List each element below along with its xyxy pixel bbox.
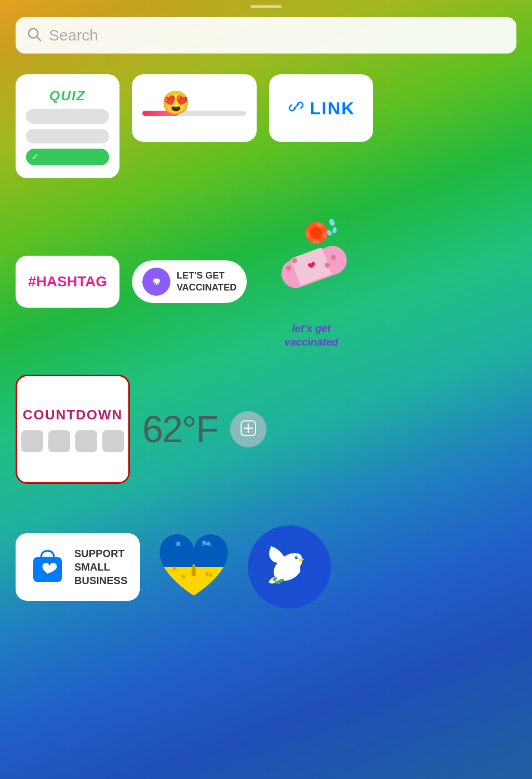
link-label: LINK bbox=[310, 98, 355, 118]
svg-point-28 bbox=[177, 542, 180, 545]
sticker-row-2: #HASHTAG LET'S GET VACCINATED bbox=[16, 215, 516, 349]
countdown-block-1 bbox=[21, 430, 43, 452]
add-icon bbox=[239, 419, 258, 440]
svg-point-29 bbox=[203, 541, 206, 544]
svg-point-32 bbox=[182, 575, 185, 578]
hashtag-text: #HASHTAG bbox=[28, 273, 107, 290]
svg-point-31 bbox=[173, 567, 176, 570]
countdown-block-3 bbox=[75, 430, 97, 452]
svg-point-18 bbox=[310, 227, 323, 239]
drag-indicator bbox=[250, 5, 282, 8]
slider-sticker[interactable]: 😍 bbox=[132, 74, 257, 142]
vaccinated-caption: let's get vaccinated bbox=[285, 322, 338, 349]
slider-emoji: 😍 bbox=[162, 89, 190, 116]
countdown-block-4 bbox=[102, 430, 124, 452]
support-text: SUPPORT SMALL BUSINESS bbox=[74, 547, 127, 587]
quiz-submit-btn[interactable]: ✓ bbox=[26, 149, 109, 165]
vaccinated-illustrated-sticker[interactable]: let's get vaccinated bbox=[259, 215, 363, 349]
sticker-grid: QUIZ ✓ 😍 LINK bbox=[0, 54, 532, 619]
svg-point-33 bbox=[205, 572, 208, 575]
search-icon bbox=[27, 27, 42, 44]
vaccinated-pill-icon bbox=[142, 268, 170, 296]
support-bag-icon bbox=[28, 544, 67, 590]
countdown-block-2 bbox=[48, 430, 70, 452]
quiz-title: QUIZ bbox=[49, 88, 86, 104]
svg-line-1 bbox=[37, 37, 41, 41]
vaccinated-pill-text: LET'S GET VACCINATED bbox=[177, 270, 236, 294]
hashtag-sticker[interactable]: #HASHTAG bbox=[16, 256, 119, 308]
svg-point-37 bbox=[192, 564, 195, 570]
support-small-business-sticker[interactable]: SUPPORT SMALL BUSINESS bbox=[16, 533, 140, 601]
sticker-row-1: QUIZ ✓ 😍 LINK bbox=[16, 74, 516, 178]
slider-track bbox=[142, 111, 246, 116]
sticker-row-3: COUNTDOWN 62°F bbox=[16, 375, 516, 484]
svg-point-19 bbox=[328, 218, 336, 227]
quiz-option-2 bbox=[26, 129, 109, 143]
svg-point-30 bbox=[207, 542, 210, 545]
svg-point-20 bbox=[332, 227, 337, 233]
quiz-sticker[interactable]: QUIZ ✓ bbox=[16, 74, 119, 178]
vaccinated-pill-sticker[interactable]: LET'S GET VACCINATED bbox=[132, 260, 247, 303]
countdown-title: COUNTDOWN bbox=[23, 407, 123, 423]
quiz-check-icon: ✓ bbox=[31, 151, 39, 163]
search-placeholder: Search bbox=[49, 27, 98, 44]
svg-point-39 bbox=[297, 557, 298, 558]
countdown-blocks bbox=[21, 430, 124, 452]
link-chain-icon bbox=[287, 97, 305, 120]
ukraine-heart-sticker[interactable] bbox=[152, 525, 235, 609]
search-bar[interactable]: Search bbox=[16, 17, 516, 54]
add-sticker-button[interactable] bbox=[230, 411, 267, 447]
svg-point-34 bbox=[209, 573, 212, 576]
quiz-option-1 bbox=[26, 109, 109, 124]
peace-dove-sticker[interactable] bbox=[248, 525, 331, 609]
temperature-sticker[interactable]: 62°F bbox=[142, 408, 218, 451]
sticker-row-4: SUPPORT SMALL BUSINESS bbox=[16, 525, 516, 609]
link-sticker[interactable]: LINK bbox=[269, 74, 373, 142]
countdown-sticker[interactable]: COUNTDOWN bbox=[16, 375, 130, 484]
vaccinated-illustration bbox=[259, 215, 363, 319]
